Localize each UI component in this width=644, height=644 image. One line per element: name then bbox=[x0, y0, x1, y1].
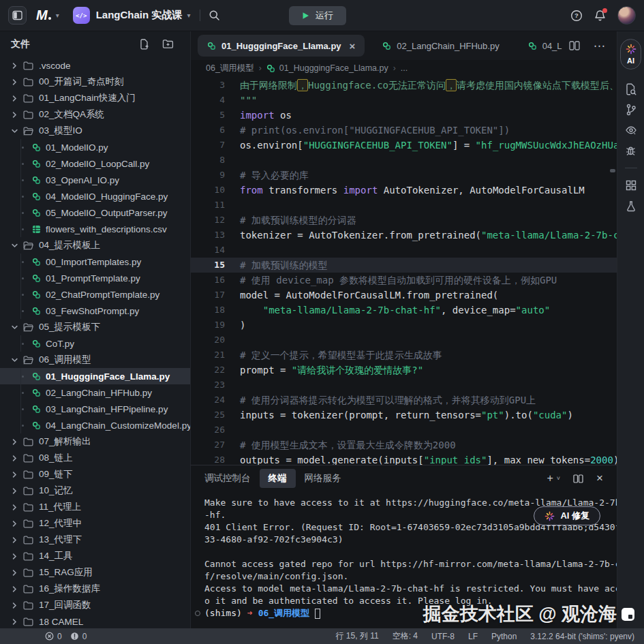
editor-scrollbar-thumb[interactable] bbox=[610, 169, 615, 172]
run-button[interactable]: 运行 bbox=[289, 6, 346, 25]
code-line[interactable]: 25inputs = tokenizer(prompt, return_tens… bbox=[191, 408, 617, 423]
extensions-icon[interactable] bbox=[617, 175, 644, 196]
tree-folder-item[interactable]: 04_提示模板上 bbox=[0, 237, 190, 254]
split-panel-icon[interactable] bbox=[573, 474, 583, 483]
code-line[interactable]: 8 bbox=[191, 153, 617, 168]
editor-tab[interactable]: 02_LangChain_HFHub.py bbox=[373, 35, 508, 57]
tree-file-item[interactable]: 02_ChatPromptTemplate.py bbox=[0, 286, 190, 303]
new-folder-icon[interactable] bbox=[162, 39, 174, 50]
tree-file-item[interactable]: 04_ModelIO_HuggingFace.py bbox=[0, 188, 190, 204]
new-terminal-button[interactable]: + ˅ bbox=[547, 473, 560, 484]
statusbar-item[interactable]: Python bbox=[491, 632, 517, 641]
git-branch-icon[interactable] bbox=[617, 99, 644, 120]
code-editor[interactable]: 3由于网络限制，Huggingface.co无法正常访问，请考虑使用国内镜像站点… bbox=[191, 76, 617, 465]
tree-file-item[interactable]: 03_OpenAI_IO.py bbox=[0, 172, 190, 188]
code-line[interactable]: 14 bbox=[191, 243, 617, 258]
help-icon[interactable]: ? bbox=[570, 10, 583, 22]
code-line[interactable]: 23 bbox=[191, 378, 617, 393]
flask-test-icon[interactable] bbox=[617, 196, 644, 216]
tree-file-item[interactable]: CoT.py bbox=[0, 335, 190, 352]
code-line[interactable]: 9# 导入必要的库 bbox=[191, 168, 617, 183]
breadcrumb-item[interactable]: 06_调用模型 bbox=[206, 63, 254, 74]
tree-folder-item[interactable]: 03_模型IO bbox=[0, 123, 190, 139]
statusbar-item[interactable]: LF bbox=[468, 632, 478, 641]
tree-file-item[interactable]: 03_FewShotPrompt.py bbox=[0, 303, 190, 319]
statusbar-item[interactable]: 空格: 4 bbox=[393, 630, 418, 642]
statusbar-item[interactable]: UTF-8 bbox=[431, 632, 455, 641]
notifications-button[interactable] bbox=[594, 10, 606, 22]
search-icon[interactable] bbox=[209, 10, 220, 21]
panel-tab[interactable]: 网络服务 bbox=[305, 472, 341, 485]
tree-file-item[interactable]: 01_HugggingFace_Llama.py bbox=[0, 368, 190, 384]
code-line[interactable]: 13tokenizer = AutoTokenizer.from_pretrai… bbox=[191, 228, 617, 243]
split-editor-icon[interactable] bbox=[569, 41, 580, 50]
code-line[interactable]: 19) bbox=[191, 318, 617, 333]
logo-chevron-down-icon[interactable]: ▾ bbox=[56, 12, 59, 19]
tree-folder-item[interactable]: 01_LangChain快速入门 bbox=[0, 90, 190, 106]
code-line[interactable]: 11 bbox=[191, 198, 617, 213]
project-title[interactable]: LangChain 实战课 bbox=[96, 9, 183, 22]
tree-folder-item[interactable]: 11_代理上 bbox=[0, 499, 190, 515]
tree-file-item[interactable]: 00_ImportTemplates.py bbox=[0, 254, 190, 270]
debug-bug-icon[interactable] bbox=[617, 140, 644, 161]
more-actions-icon[interactable]: ⋯ bbox=[594, 39, 606, 53]
code-line[interactable]: 28outputs = model.generate(inputs["input… bbox=[191, 453, 617, 465]
terminal-output[interactable]: Make sure to have access to it at https:… bbox=[191, 491, 617, 628]
user-avatar[interactable] bbox=[617, 6, 636, 25]
tree-file-item[interactable]: 03_LangChain_HFPipeline.py bbox=[0, 401, 190, 417]
code-line[interactable]: 17model = AutoModelForCausalLM.from_pret… bbox=[191, 288, 617, 303]
tree-folder-item[interactable]: 18 CAMEL bbox=[0, 613, 190, 628]
panel-tab[interactable]: 终端 bbox=[260, 469, 296, 488]
code-line[interactable]: 16# 使用 device_map 参数将模型自动加载到可用的硬件设备上，例如G… bbox=[191, 273, 617, 288]
tree-file-item[interactable]: 05_ModelIO_OutputParser.py bbox=[0, 204, 190, 221]
new-file-icon[interactable] bbox=[139, 39, 149, 50]
tree-folder-item[interactable]: 08_链上 bbox=[0, 450, 190, 466]
close-tab-icon[interactable]: × bbox=[350, 41, 356, 51]
tree-file-item[interactable]: 01_PromptTemplate.py bbox=[0, 270, 190, 286]
code-line[interactable]: 6# print(os.environ["HUGGINGFACEHUB_API_… bbox=[191, 123, 617, 138]
eye-preview-icon[interactable] bbox=[617, 120, 644, 140]
tree-folder-item[interactable]: .vscode bbox=[0, 57, 190, 74]
file-search-icon[interactable] bbox=[617, 79, 644, 99]
code-line[interactable]: 20 bbox=[191, 333, 617, 348]
panel-tab[interactable]: 调试控制台 bbox=[204, 472, 251, 485]
tree-folder-item[interactable]: 13_代理下 bbox=[0, 532, 190, 548]
project-chevron-down-icon[interactable]: ▾ bbox=[187, 12, 190, 19]
code-line[interactable]: 22prompt = "请给我讲个玫瑰的爱情故事?" bbox=[191, 363, 617, 378]
editor-tab[interactable]: 04_L bbox=[519, 35, 569, 57]
tree-folder-item[interactable]: 17_回调函数 bbox=[0, 597, 190, 613]
code-line[interactable]: 26 bbox=[191, 423, 617, 438]
code-line[interactable]: 4""" bbox=[191, 93, 617, 108]
tree-folder-item[interactable]: 12_代理中 bbox=[0, 515, 190, 532]
tree-folder-item[interactable]: 02_文档QA系统 bbox=[0, 106, 190, 123]
tree-folder-item[interactable]: 05_提示模板下 bbox=[0, 319, 190, 335]
app-logo[interactable]: M bbox=[36, 7, 51, 23]
tree-folder-item[interactable]: 09_链下 bbox=[0, 466, 190, 482]
code-line[interactable]: 5import os bbox=[191, 108, 617, 123]
tree-folder-item[interactable]: 06_调用模型 bbox=[0, 352, 190, 368]
code-line[interactable]: 18 "meta-llama/Llama-2-7b-chat-hf", devi… bbox=[191, 303, 617, 318]
code-line[interactable]: 12# 加载预训练模型的分词器 bbox=[191, 213, 617, 228]
toggle-sidebar-button[interactable] bbox=[8, 6, 27, 25]
tree-file-item[interactable]: flowers_with_descriptions.csv bbox=[0, 221, 190, 237]
code-line[interactable]: 7os.environ["HUGGINGFACEHUB_API_TOKEN"] … bbox=[191, 138, 617, 153]
tree-folder-item[interactable]: 07_解析输出 bbox=[0, 433, 190, 450]
tree-folder-item[interactable]: 10_记忆 bbox=[0, 482, 190, 499]
code-line[interactable]: 27# 使用模型生成文本，设置最大生成令牌数为2000 bbox=[191, 438, 617, 453]
code-line[interactable]: 3由于网络限制，Huggingface.co无法正常访问，请考虑使用国内镜像站点… bbox=[191, 78, 617, 93]
tree-file-item[interactable]: 04_LangChain_CustomizeModel.py bbox=[0, 417, 190, 433]
ai-assistant-button[interactable]: AI bbox=[620, 39, 641, 70]
code-line[interactable]: 21# 定义一个提示，希望模型基于此提示生成故事 bbox=[191, 348, 617, 363]
code-line-current[interactable]: 15# 加载预训练的模型 bbox=[191, 258, 617, 273]
tree-folder-item[interactable]: 15_RAG应用 bbox=[0, 564, 190, 581]
statusbar-item[interactable]: 行 15, 列 11 bbox=[335, 630, 378, 642]
code-line[interactable]: 10from transformers import AutoTokenizer… bbox=[191, 183, 617, 198]
close-panel-icon[interactable]: × bbox=[596, 472, 603, 485]
tree-file-item[interactable]: 01_ModelIO.py bbox=[0, 139, 190, 155]
breadcrumb-item[interactable]: 01_HugggingFace_Llama.py bbox=[266, 63, 388, 73]
tree-folder-item[interactable]: 00_开篇词_奇点时刻 bbox=[0, 74, 190, 90]
tree-file-item[interactable]: 02_LangChain_HFHub.py bbox=[0, 384, 190, 401]
tree-folder-item[interactable]: 14_工具 bbox=[0, 548, 190, 564]
editor-tab[interactable]: 01_HugggingFace_Llama.py× bbox=[198, 35, 365, 57]
problems-indicator[interactable]: 0 0 bbox=[45, 632, 91, 641]
